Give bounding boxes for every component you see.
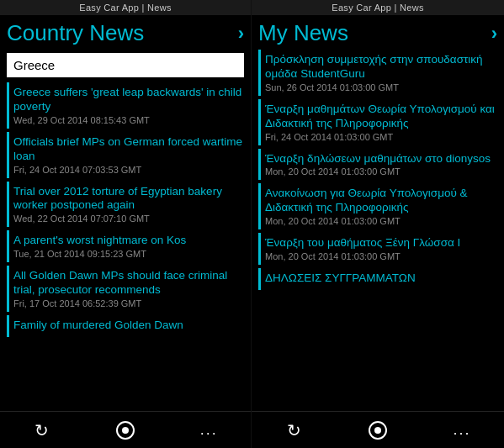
news-title[interactable]: Family of murdered Golden Dawn bbox=[13, 319, 247, 333]
news-date: Fri, 17 Oct 2014 06:52:39 GMT bbox=[13, 298, 247, 308]
more-button[interactable]: ... bbox=[194, 415, 224, 445]
right-ellipsis-icon: ... bbox=[453, 421, 470, 439]
settings-icon bbox=[116, 421, 135, 440]
right-status-bar: Easy Car App | News bbox=[252, 0, 504, 15]
left-section-header: Country News › bbox=[0, 15, 251, 50]
right-settings-button[interactable] bbox=[363, 415, 393, 445]
left-panel: Easy Car App | News Country News › Greec… bbox=[0, 0, 252, 448]
list-item[interactable]: Έναρξη του μαθήματος Ξένη Γλώσσα Ι Mon, … bbox=[258, 233, 504, 265]
right-more-button[interactable]: ... bbox=[447, 415, 477, 445]
list-item[interactable]: ΔΗΛΩΣΕΙΣ ΣΥΓΓΡΑΜΜΑΤΩΝ bbox=[258, 268, 504, 290]
list-item[interactable]: Trial over 2012 torture of Egyptian bake… bbox=[7, 182, 251, 228]
news-date: Wed, 29 Oct 2014 08:15:43 GMT bbox=[13, 115, 247, 125]
news-date: Fri, 24 Oct 2014 01:03:00 GMT bbox=[265, 132, 501, 142]
list-item[interactable]: Έναρξη μαθημάτων Θεωρία Υπολογισμού και … bbox=[258, 99, 504, 145]
news-date: Fri, 24 Oct 2014 07:03:53 GMT bbox=[13, 165, 247, 175]
list-item[interactable]: A parent's worst nightmare on Kos Tue, 2… bbox=[7, 230, 251, 262]
left-section-title: Country News bbox=[7, 20, 238, 46]
right-section-title: My News bbox=[258, 20, 491, 46]
right-settings-icon bbox=[369, 421, 387, 440]
news-title[interactable]: Έναρξη δηλώσεων μαθημάτων στο dionysos bbox=[265, 152, 501, 166]
news-title[interactable]: Greece suffers 'great leap backwards' in… bbox=[13, 86, 247, 114]
ellipsis-icon: ... bbox=[200, 421, 218, 439]
news-title[interactable]: ΔΗΛΩΣΕΙΣ ΣΥΓΓΡΑΜΜΑΤΩΝ bbox=[265, 271, 501, 286]
right-refresh-button[interactable]: ↻ bbox=[279, 415, 309, 445]
news-date: Mon, 20 Oct 2014 01:03:00 GMT bbox=[265, 216, 501, 226]
news-title[interactable]: A parent's worst nightmare on Kos bbox=[13, 234, 247, 248]
left-news-list: Greece suffers 'great leap backwards' in… bbox=[0, 82, 251, 411]
right-section-header: My News › bbox=[252, 15, 504, 50]
right-panel: Easy Car App | News My News › Πρόσκληση … bbox=[252, 0, 504, 448]
news-title[interactable]: All Golden Dawn MPs should face criminal… bbox=[13, 269, 247, 298]
news-title[interactable]: Ανακοίνωση για Θεωρία Υπολογισμού & Διδα… bbox=[265, 187, 501, 215]
right-chevron-icon[interactable]: › bbox=[491, 23, 497, 45]
news-title[interactable]: Έναρξη του μαθήματος Ξένη Γλώσσα Ι bbox=[265, 236, 501, 250]
news-date: Sun, 26 Oct 2014 01:03:00 GMT bbox=[265, 82, 501, 92]
news-date: Mon, 20 Oct 2014 01:03:00 GMT bbox=[265, 251, 501, 261]
right-news-list: Πρόσκληση συμμετοχής στην σπουδαστική ομ… bbox=[252, 50, 504, 411]
news-title[interactable]: Officials brief MPs on German forced war… bbox=[13, 135, 247, 164]
settings-button[interactable] bbox=[110, 415, 141, 445]
news-date: Tue, 21 Oct 2014 09:15:23 GMT bbox=[13, 249, 247, 259]
list-item[interactable]: Πρόσκληση συμμετοχής στην σπουδαστική ομ… bbox=[258, 50, 504, 96]
left-status-bar: Easy Car App | News bbox=[0, 0, 251, 15]
news-date: Mon, 20 Oct 2014 01:03:00 GMT bbox=[265, 166, 501, 177]
news-title[interactable]: Πρόσκληση συμμετοχής στην σπουδαστική ομ… bbox=[265, 53, 501, 82]
left-chevron-icon[interactable]: › bbox=[238, 23, 244, 45]
list-item[interactable]: Greece suffers 'great leap backwards' in… bbox=[7, 82, 251, 129]
list-item[interactable]: Έναρξη δηλώσεων μαθημάτων στο dionysos M… bbox=[258, 149, 504, 181]
news-title[interactable]: Trial over 2012 torture of Egyptian bake… bbox=[13, 185, 247, 213]
list-item[interactable]: Officials brief MPs on German forced war… bbox=[7, 132, 251, 178]
refresh-button[interactable]: ↻ bbox=[27, 415, 57, 445]
list-item[interactable]: All Golden Dawn MPs should face criminal… bbox=[7, 266, 251, 312]
news-title[interactable]: Έναρξη μαθημάτων Θεωρία Υπολογισμού και … bbox=[265, 103, 501, 131]
right-bottom-bar: ↻ ... bbox=[252, 411, 504, 448]
list-item[interactable]: Family of murdered Golden Dawn bbox=[7, 315, 251, 337]
left-bottom-bar: ↻ ... bbox=[0, 411, 251, 448]
news-date: Wed, 22 Oct 2014 07:07:10 GMT bbox=[13, 213, 247, 224]
search-input[interactable] bbox=[7, 53, 244, 77]
list-item[interactable]: Ανακοίνωση για Θεωρία Υπολογισμού & Διδα… bbox=[258, 183, 504, 229]
